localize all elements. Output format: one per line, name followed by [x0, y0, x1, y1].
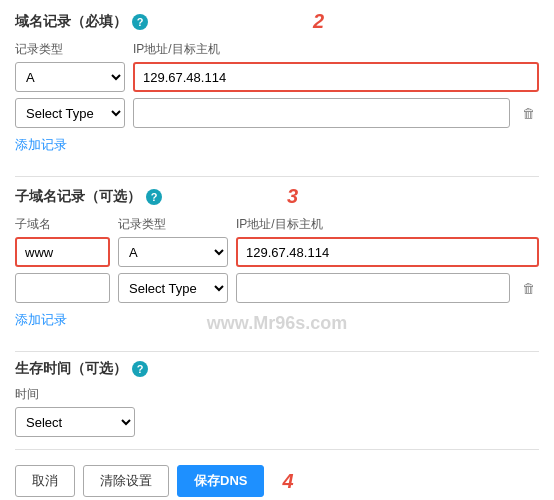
delete-subdomain-row-2-button[interactable]: 🗑 [518, 277, 539, 300]
ip-host-field-2 [133, 98, 510, 128]
domain-records-help-icon[interactable]: ? [132, 14, 148, 30]
record-type-field-2: Select Type A CNAME MX TXT [15, 98, 125, 128]
domain-record-row-1: A CNAME MX TXT [15, 62, 539, 92]
ip-host-label: IP地址/目标主机 [133, 41, 539, 58]
delete-icon: 🗑 [522, 106, 535, 121]
domain-record-row-2: Select Type A CNAME MX TXT 🗑 [15, 98, 539, 128]
subdomain-ip-label: IP地址/目标主机 [236, 216, 539, 233]
step2-badge: 2 [313, 10, 324, 33]
subdomain-ip-input-1[interactable] [236, 237, 539, 267]
record-type-select-1[interactable]: A CNAME MX TXT [15, 62, 125, 92]
page-wrapper: 域名记录（必填） ? 2 记录类型 IP地址/目标主机 A CNAME MX T… [0, 0, 554, 500]
subdomain-records-help-icon[interactable]: ? [146, 189, 162, 205]
ttl-help-icon[interactable]: ? [132, 361, 148, 377]
subdomain-record-row-2: Select Type A CNAME MX TXT 🗑 [15, 273, 539, 303]
watermark-text: www.Mr96s.com [207, 313, 347, 334]
subdomain-type-select-2[interactable]: Select Type A CNAME MX TXT [118, 273, 228, 303]
domain-records-label: 域名记录（必填） [15, 13, 127, 31]
ttl-label: 生存时间（可选） [15, 360, 127, 378]
add-domain-record-link[interactable]: 添加记录 [15, 136, 67, 154]
add-subdomain-record-link[interactable]: 添加记录 [15, 311, 67, 329]
ip-host-field-1 [133, 62, 539, 92]
subdomain-ip-field-2 [236, 273, 510, 303]
ip-host-input-2[interactable] [133, 98, 510, 128]
subdomain-type-select-1[interactable]: A CNAME MX TXT [118, 237, 228, 267]
subdomain-records-title: 子域名记录（可选） ? 3 [15, 185, 539, 208]
subdomain-input-1[interactable] [15, 237, 110, 267]
ttl-select[interactable]: Select 300 600 1800 3600 86400 [15, 407, 135, 437]
ttl-time-label: 时间 [15, 386, 135, 403]
delete-domain-row-2-button[interactable]: 🗑 [518, 102, 539, 125]
subdomain-type-label: 记录类型 [118, 216, 228, 233]
subdomain-label: 子域名 [15, 216, 110, 233]
step3-badge: 3 [287, 185, 298, 208]
ttl-section: 生存时间（可选） ? 时间 Select 300 600 1800 3600 8… [15, 360, 539, 437]
record-type-field-1: A CNAME MX TXT [15, 62, 125, 92]
record-type-label: 记录类型 [15, 41, 125, 58]
subdomain-records-section: 子域名记录（可选） ? 3 子域名 记录类型 IP地址/目标主机 A CNAME… [15, 185, 539, 339]
subdomain-record-row-1: A CNAME MX TXT [15, 237, 539, 267]
footer-buttons: 取消 清除设置 保存DNS 4 [15, 465, 539, 497]
subdomain-records-label: 子域名记录（可选） [15, 188, 141, 206]
domain-records-section: 域名记录（必填） ? 2 记录类型 IP地址/目标主机 A CNAME MX T… [15, 10, 539, 164]
clear-button[interactable]: 清除设置 [83, 465, 169, 497]
ttl-title: 生存时间（可选） ? [15, 360, 539, 378]
subdomain-name-field-2 [15, 273, 110, 303]
domain-records-title: 域名记录（必填） ? 2 [15, 10, 539, 33]
cancel-button[interactable]: 取消 [15, 465, 75, 497]
step4-badge: 4 [282, 465, 293, 497]
subdomain-name-field-1 [15, 237, 110, 267]
save-dns-button[interactable]: 保存DNS [177, 465, 264, 497]
ip-host-input-1[interactable] [133, 62, 539, 92]
subdomain-type-field-1: A CNAME MX TXT [118, 237, 228, 267]
record-type-select-2[interactable]: Select Type A CNAME MX TXT [15, 98, 125, 128]
domain-records-labels: 记录类型 IP地址/目标主机 [15, 41, 539, 58]
subdomain-records-labels: 子域名 记录类型 IP地址/目标主机 [15, 216, 539, 233]
subdomain-ip-input-2[interactable] [236, 273, 510, 303]
subdomain-type-field-2: Select Type A CNAME MX TXT [118, 273, 228, 303]
subdomain-input-2[interactable] [15, 273, 110, 303]
delete-subdomain-icon: 🗑 [522, 281, 535, 296]
ttl-field: 时间 Select 300 600 1800 3600 86400 [15, 386, 135, 437]
subdomain-ip-field-1 [236, 237, 539, 267]
